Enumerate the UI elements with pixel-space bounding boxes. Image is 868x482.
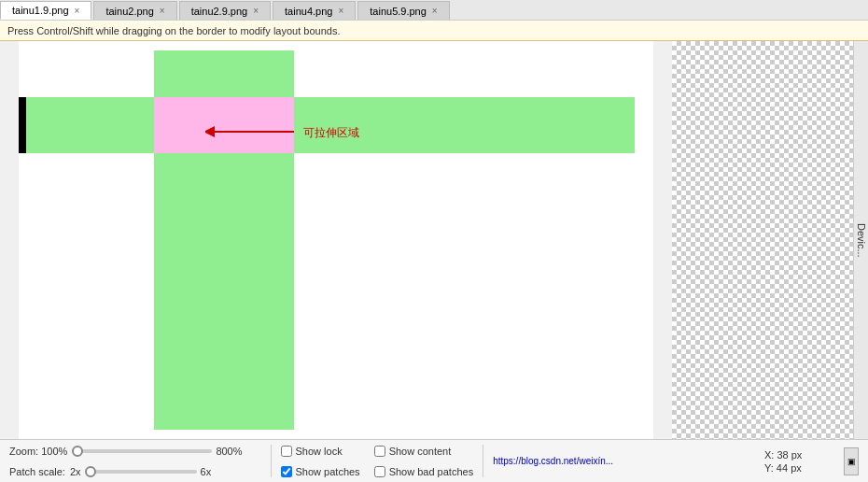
side-panel-label[interactable]: Devic... bbox=[853, 41, 868, 439]
info-bar: Press Control/Shift while dragging on th… bbox=[0, 21, 868, 41]
annotation-text: 可拉伸区域 bbox=[303, 125, 359, 141]
show-lock-checkbox[interactable] bbox=[281, 446, 292, 457]
show-bad-patches-row: Show bad patches bbox=[374, 462, 474, 481]
zoom-row: Zoom: 100% 800% bbox=[9, 442, 243, 461]
show-patches-row: Show patches bbox=[281, 462, 360, 481]
info-message: Press Control/Shift while dragging on th… bbox=[7, 25, 340, 36]
show-patches-label[interactable]: Show patches bbox=[296, 466, 360, 477]
zoom-slider-container: 800% bbox=[72, 446, 242, 457]
patch-slider-container: 2x 6x bbox=[70, 466, 211, 477]
expand-button[interactable]: ▣ bbox=[844, 447, 859, 475]
y-coord-row: Y: 44 px bbox=[764, 462, 839, 474]
x-coord: X: 38 px bbox=[764, 449, 802, 461]
arrow-annotation: 可拉伸区域 bbox=[299, 125, 359, 141]
tab-4-close[interactable]: × bbox=[338, 6, 343, 16]
tab-2-label: tainu2.png bbox=[105, 6, 153, 17]
tab-1-label: tainu1.9.png bbox=[12, 5, 69, 16]
tab-3-close[interactable]: × bbox=[253, 6, 259, 16]
tab-4[interactable]: tainu4.png × bbox=[273, 1, 356, 20]
zoom-section: Zoom: 100% 800% Patch scale: 2x 6x bbox=[9, 442, 243, 481]
show-lock-row: Show lock bbox=[281, 442, 360, 461]
patch-scale-label: Patch scale: bbox=[9, 466, 65, 477]
url-bar: https://blog.csdn.net/weixín... bbox=[493, 456, 764, 466]
tab-1-close[interactable]: × bbox=[75, 6, 80, 16]
checkbox-group-2: Show content Show bad patches bbox=[374, 442, 474, 481]
right-panel: Devic... bbox=[672, 41, 868, 439]
patch-scale-row: Patch scale: 2x 6x bbox=[9, 462, 243, 481]
show-patches-checkbox[interactable] bbox=[281, 466, 292, 477]
tab-2-close[interactable]: × bbox=[160, 6, 165, 16]
tabs-bar: tainu1.9.png × tainu2.png × tainu2.9.png… bbox=[0, 0, 868, 21]
bottom-toolbar: Zoom: 100% 800% Patch scale: 2x 6x Show … bbox=[0, 439, 868, 482]
canvas-area[interactable]: 可拉伸区域 bbox=[0, 41, 672, 439]
left-black-patch bbox=[19, 97, 26, 153]
zoom-slider[interactable] bbox=[72, 449, 212, 453]
show-content-checkbox[interactable] bbox=[374, 446, 385, 457]
show-lock-label[interactable]: Show lock bbox=[296, 446, 343, 457]
show-bad-patches-checkbox[interactable] bbox=[374, 466, 385, 477]
y-coord: Y: 44 px bbox=[764, 462, 802, 474]
tab-2[interactable]: tainu2.png × bbox=[93, 1, 176, 20]
main-area: 可拉伸区域 Devic... bbox=[0, 41, 868, 439]
tab-5[interactable]: tainu5.9.png × bbox=[357, 1, 449, 20]
coords-section: X: 38 px Y: 44 px bbox=[764, 449, 839, 474]
x-coord-row: X: 38 px bbox=[764, 449, 839, 461]
zoom-max-label: 800% bbox=[216, 446, 242, 457]
url-text: https://blog.csdn.net/weixín... bbox=[493, 456, 613, 466]
show-bad-patches-label[interactable]: Show bad patches bbox=[389, 466, 474, 477]
show-content-row: Show content bbox=[374, 442, 474, 461]
tab-3[interactable]: tainu2.9.png × bbox=[179, 1, 271, 20]
tab-5-label: tainu5.9.png bbox=[370, 6, 427, 17]
expand-icon: ▣ bbox=[847, 457, 856, 466]
patch-scale-slider[interactable] bbox=[85, 470, 197, 474]
editor-panel: 可拉伸区域 bbox=[0, 41, 672, 439]
arrow-svg bbox=[205, 118, 299, 146]
toolbar-separator-1 bbox=[271, 445, 272, 477]
tab-1[interactable]: tainu1.9.png × bbox=[0, 1, 91, 20]
tab-4-label: tainu4.png bbox=[285, 6, 332, 17]
zoom-label: Zoom: 100% bbox=[9, 446, 67, 457]
toolbar-separator-2 bbox=[483, 445, 483, 477]
patch-scale-max-label: 6x bbox=[201, 466, 212, 477]
patch-scale-min-label: 2x bbox=[70, 466, 81, 477]
show-content-label[interactable]: Show content bbox=[389, 446, 452, 457]
tab-5-close[interactable]: × bbox=[432, 6, 438, 16]
right-checkered bbox=[672, 41, 868, 439]
tab-3-label: tainu2.9.png bbox=[191, 6, 248, 17]
checkbox-group-1: Show lock Show patches bbox=[281, 442, 360, 481]
side-panel-text: Devic... bbox=[856, 223, 867, 258]
